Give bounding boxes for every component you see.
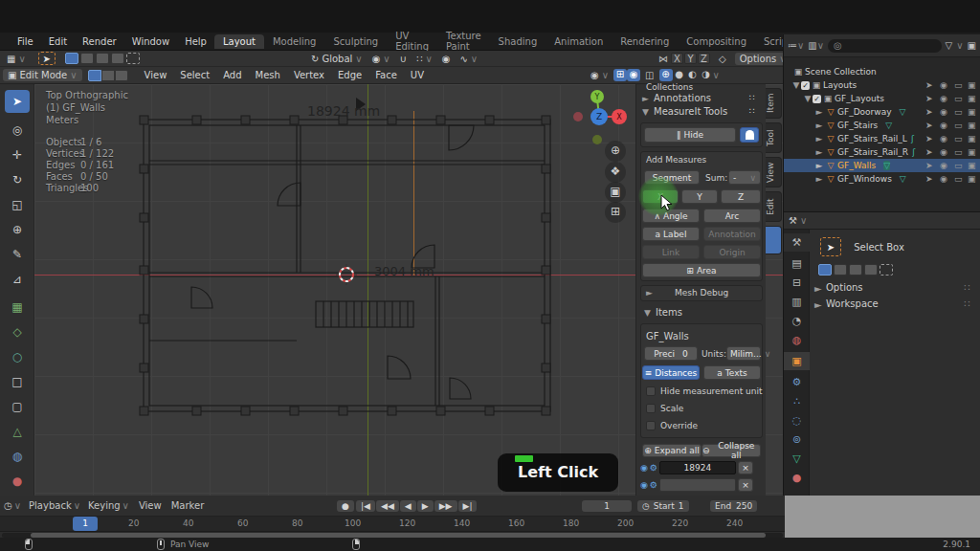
- delete-measure-button[interactable]: ×: [738, 478, 753, 492]
- selectable-pointer-icon[interactable]: ➤: [925, 134, 933, 143]
- marker-menu[interactable]: Marker: [171, 500, 205, 511]
- outliner-filter-dropdown[interactable]: ▥∨: [808, 40, 824, 51]
- viewport-screen-icon[interactable]: ▭: [954, 147, 963, 157]
- options-section-header[interactable]: Options: [826, 282, 863, 293]
- tool-transform[interactable]: ⊕: [5, 218, 30, 241]
- viewport-menu-select[interactable]: Select: [173, 70, 216, 80]
- hide-eye-icon[interactable]: ◉: [940, 174, 947, 184]
- panel-annotations-header[interactable]: Annotations: [654, 93, 711, 103]
- hide-eye-icon[interactable]: ◉: [940, 161, 947, 170]
- collection-checkbox[interactable]: ✓: [801, 81, 810, 90]
- tool-select-box[interactable]: ➤: [5, 90, 30, 113]
- workspace-section-header[interactable]: Workspace: [826, 298, 879, 309]
- face-select-icon[interactable]: [115, 70, 128, 81]
- measure-value-field[interactable]: [659, 478, 736, 492]
- workspace-tab-modeling[interactable]: Modeling: [264, 34, 325, 49]
- select-intersect-icon[interactable]: [126, 53, 140, 64]
- viewport-menu-mesh[interactable]: Mesh: [249, 70, 287, 80]
- tool-extrude[interactable]: □: [5, 370, 30, 393]
- hide-measurement-unit-checkbox[interactable]: Hide measurement unit: [646, 386, 762, 396]
- select-new-icon[interactable]: [818, 264, 832, 276]
- shading-wireframe-icon[interactable]: ⊕: [659, 69, 673, 81]
- snapping-dropdown[interactable]: ∷∨: [412, 53, 437, 65]
- pivot-point-dropdown[interactable]: ◉∨: [368, 53, 395, 65]
- play-button[interactable]: ▶: [417, 500, 434, 512]
- workspace-tab-sculpting[interactable]: Sculpting: [324, 34, 387, 49]
- outliner-row-gf-doorway[interactable]: ► ▽ GF_Doorway ▽: [784, 105, 980, 119]
- sidebar-tab-edit[interactable]: Edit: [766, 191, 782, 222]
- items-panel-header[interactable]: Items: [656, 307, 682, 318]
- delete-measure-button[interactable]: ×: [738, 461, 753, 474]
- viewport-screen-icon[interactable]: ▭: [954, 107, 963, 117]
- hide-eye-icon[interactable]: ◉: [940, 80, 947, 90]
- tab-active-tool-icon[interactable]: ⚒: [784, 233, 810, 252]
- current-frame-marker[interactable]: 1: [73, 517, 98, 531]
- origin-button[interactable]: Origin: [703, 245, 761, 259]
- tab-view-layer-icon[interactable]: ▥: [784, 293, 810, 311]
- select-invert-icon[interactable]: [111, 53, 124, 64]
- start-frame-field[interactable]: ◷ Start1: [637, 500, 689, 512]
- outliner-search-input[interactable]: ◎: [828, 39, 941, 53]
- outliner-row-gf-stairs-rail-r[interactable]: ► ▽ GF_Stairs_Rail_R ʃ: [784, 145, 980, 159]
- proportional-size-icon[interactable]: ◇: [714, 53, 731, 65]
- visibility-eye-icon[interactable]: ◉: [640, 463, 648, 473]
- menu-file[interactable]: File: [10, 36, 41, 47]
- mirror-x-toggle[interactable]: X: [671, 53, 683, 64]
- outliner-row-scene-collection[interactable]: ▣ Scene Collection: [784, 65, 980, 78]
- shading-rendered-icon[interactable]: ◑: [700, 69, 713, 81]
- outliner-row-gf-stairs-rail-l[interactable]: ► ▽ GF_Stairs_Rail_L ʃ: [784, 132, 980, 145]
- tool-rotate[interactable]: ↻: [5, 168, 30, 191]
- hide-eye-icon[interactable]: ◉: [940, 147, 947, 157]
- tab-scene-icon[interactable]: ◔: [784, 312, 810, 330]
- viewport-screen-icon[interactable]: ▭: [954, 94, 963, 103]
- tool-inset[interactable]: ▢: [5, 395, 30, 418]
- next-keyframe-button[interactable]: ▶▶: [434, 500, 457, 512]
- override-checkbox[interactable]: Override: [646, 421, 698, 430]
- active-tool-button[interactable]: ➤: [38, 52, 56, 65]
- play-reverse-button[interactable]: ◀: [400, 500, 416, 512]
- render-camera-icon[interactable]: ▣: [968, 107, 976, 117]
- render-camera-icon[interactable]: ▣: [968, 174, 976, 184]
- playback-menu[interactable]: Playback: [29, 500, 72, 511]
- annotation-button[interactable]: Annotation: [703, 227, 761, 241]
- expand-all-button[interactable]: ⊕Expand all: [642, 444, 702, 457]
- arc-button[interactable]: Arc: [703, 209, 761, 223]
- selectable-pointer-icon[interactable]: ➤: [925, 80, 933, 90]
- hide-eye-icon[interactable]: ◉: [940, 94, 947, 103]
- tab-object-data-icon[interactable]: ▽: [784, 450, 810, 468]
- mode-selector[interactable]: ▣ Edit Mode ∨: [3, 69, 82, 81]
- proportional-falloff-dropdown[interactable]: ∿∨: [455, 53, 482, 65]
- shading-solid-icon[interactable]: ●: [673, 69, 686, 81]
- timeline-ruler[interactable]: 1 20 40 60 80 100 120 140 160 180 200 22…: [0, 517, 785, 532]
- distances-toggle[interactable]: ≡Distances: [642, 365, 700, 380]
- pan-hand-button[interactable]: ❖: [605, 162, 626, 183]
- sidebar-tab-tool[interactable]: Tool: [766, 122, 782, 153]
- sidebar-tab-view[interactable]: View: [766, 157, 782, 187]
- render-camera-icon[interactable]: ▣: [968, 161, 976, 170]
- selectable-pointer-icon[interactable]: ➤: [925, 107, 933, 117]
- edge-select-icon[interactable]: [101, 70, 115, 81]
- menu-render[interactable]: Render: [75, 36, 124, 47]
- selectable-pointer-icon[interactable]: ➤: [925, 147, 933, 157]
- viewport-menu-add[interactable]: Add: [216, 70, 248, 80]
- vertex-select-icon[interactable]: [88, 70, 101, 81]
- tool-sphere-project[interactable]: ●: [5, 470, 30, 493]
- select-extend-icon[interactable]: [80, 53, 94, 64]
- viewport-menu-vertex[interactable]: Vertex: [287, 70, 331, 80]
- link-button[interactable]: Link: [642, 245, 700, 259]
- tab-render-icon[interactable]: ▤: [784, 254, 810, 273]
- select-subtract-icon[interactable]: [849, 264, 862, 276]
- jump-to-end-button[interactable]: ▶|: [458, 500, 478, 512]
- tool-add-sphere[interactable]: ○: [5, 345, 30, 368]
- precision-field[interactable]: Preci0: [644, 346, 698, 361]
- ortho-toggle-button[interactable]: ⊞: [605, 202, 626, 223]
- viewport-screen-icon[interactable]: ▭: [954, 161, 963, 170]
- collapse-all-button[interactable]: ⊖Collapse all: [702, 444, 761, 457]
- tool-add-cone[interactable]: △: [5, 420, 30, 443]
- tab-output-icon[interactable]: ⊟: [784, 274, 810, 292]
- show-gizmo-icon[interactable]: ⊞: [613, 69, 627, 81]
- sidebar-tab-active[interactable]: [766, 226, 782, 254]
- render-camera-icon[interactable]: ▣: [968, 134, 976, 143]
- scale-checkbox[interactable]: Scale: [646, 404, 683, 413]
- menu-window[interactable]: Window: [124, 36, 177, 47]
